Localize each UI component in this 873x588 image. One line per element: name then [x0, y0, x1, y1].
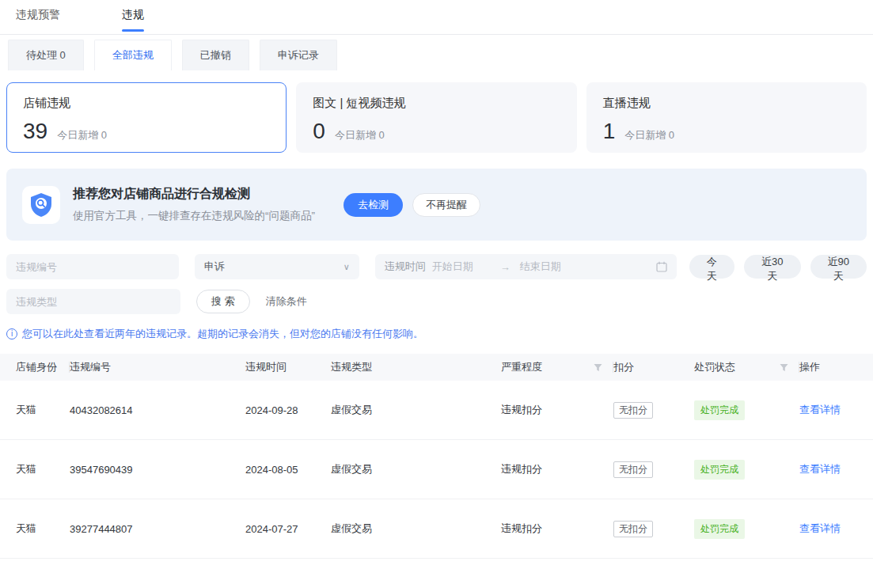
dismiss-reminder-button[interactable]: 不再提醒 [412, 193, 480, 217]
subtab-all-violations[interactable]: 全部违规 [94, 40, 172, 70]
table-row: 天猫 39547690439 2024-08-05 虚假交易 违规扣分 无扣分 … [0, 440, 873, 499]
cell-severity: 违规扣分 [501, 403, 613, 417]
card-new-today: 今日新增 0 [335, 128, 385, 142]
cell-violation-id: 39547690439 [70, 464, 245, 476]
col-violation-id: 违规编号 [70, 354, 245, 381]
appeal-select[interactable]: 申诉 ∨ [195, 254, 359, 279]
status-badge: 处罚完成 [694, 460, 745, 480]
end-date-placeholder: 结束日期 [520, 260, 650, 274]
range-arrow-icon: → [500, 261, 511, 273]
go-check-button[interactable]: 去检测 [344, 193, 403, 217]
cell-severity: 违规扣分 [501, 522, 613, 536]
appeal-select-value: 申诉 [204, 260, 225, 274]
col-severity: 严重程度 [501, 354, 613, 381]
cell-violation-time: 2024-07-27 [245, 523, 331, 535]
col-punish-status: 处罚状态 [694, 354, 799, 381]
card-store-violations[interactable]: 店铺违规 39 今日新增 0 [6, 82, 287, 153]
status-filter-icon[interactable] [780, 363, 788, 372]
card-count: 0 [313, 119, 325, 144]
cell-violation-type: 虚假交易 [331, 462, 501, 476]
subtab-appeal-records[interactable]: 申诉记录 [260, 40, 337, 70]
cell-store-identity: 天猫 [16, 522, 70, 536]
table-header-row: 店铺身份 违规编号 违规时间 违规类型 严重程度 扣分 处罚状态 操作 [0, 354, 873, 381]
col-violation-time: 违规时间 [245, 354, 331, 381]
deduction-badge: 无扣分 [613, 461, 653, 478]
range-90days-button[interactable]: 近90天 [810, 255, 867, 279]
cell-violation-id: 39277444807 [70, 523, 245, 535]
col-deduction: 扣分 [613, 354, 694, 381]
violation-date-range-picker[interactable]: 违规时间 开始日期 → 结束日期 [375, 254, 677, 279]
table-row: 天猫 40432082614 2024-09-28 虚假交易 违规扣分 无扣分 … [0, 381, 873, 440]
start-date-placeholder: 开始日期 [432, 260, 473, 274]
sub-tab-strip: 待处理 0 全部违规 已撤销 申诉记录 [0, 40, 873, 70]
tab-violation[interactable]: 违规 [122, 8, 144, 28]
record-retention-notice: i 您可以在此处查看近两年的违规记录。超期的记录会消失，但对您的店铺没有任何影响… [6, 327, 867, 341]
cell-violation-type: 虚假交易 [331, 403, 501, 417]
card-title: 直播违规 [603, 96, 850, 111]
notice-text: 您可以在此处查看近两年的违规记录。超期的记录会消失，但对您的店铺没有任何影响。 [22, 327, 423, 341]
view-detail-link[interactable]: 查看详情 [799, 522, 841, 534]
tab-violation-warning[interactable]: 违规预警 [16, 8, 60, 28]
range-today-button[interactable]: 今天 [689, 255, 734, 279]
card-new-today: 今日新增 0 [57, 128, 107, 142]
card-new-today: 今日新增 0 [624, 128, 674, 142]
col-store-identity: 店铺身份 [16, 354, 70, 381]
cell-severity: 违规扣分 [501, 462, 613, 476]
date-range-label: 违规时间 [385, 260, 426, 274]
calendar-icon [656, 261, 667, 272]
view-detail-link[interactable]: 查看详情 [799, 463, 841, 475]
info-icon: i [6, 328, 17, 340]
compliance-banner: 推荐您对店铺商品进行合规检测 使用官方工具，一键排查存在违规风险的“问题商品” … [6, 169, 867, 241]
search-button[interactable]: 搜 索 [196, 290, 250, 313]
cell-store-identity: 天猫 [16, 462, 70, 476]
cell-violation-time: 2024-08-05 [245, 464, 331, 476]
severity-filter-icon[interactable] [594, 363, 602, 372]
card-live-violations[interactable]: 直播违规 1 今日新增 0 [586, 82, 867, 153]
subtab-revoked[interactable]: 已撤销 [182, 40, 249, 70]
col-actions: 操作 [799, 354, 873, 381]
deduction-badge: 无扣分 [613, 402, 653, 419]
shield-search-icon [22, 186, 60, 224]
view-detail-link[interactable]: 查看详情 [799, 404, 841, 415]
top-tab-bar: 违规预警 违规 [0, 0, 873, 35]
cell-violation-time: 2024-09-28 [245, 404, 331, 416]
chevron-down-icon: ∨ [344, 262, 350, 272]
banner-subtitle: 使用官方工具，一键排查存在违规风险的“问题商品” [73, 209, 315, 223]
cell-violation-type: 虚假交易 [331, 522, 501, 536]
banner-title: 推荐您对店铺商品进行合规检测 [73, 186, 315, 203]
violation-id-input[interactable] [6, 254, 179, 279]
card-count: 39 [23, 119, 47, 144]
stat-card-row: 店铺违规 39 今日新增 0 图文 | 短视频违规 0 今日新增 0 直播违规 … [6, 82, 867, 153]
violation-type-input[interactable] [6, 289, 180, 314]
card-count: 1 [603, 119, 616, 144]
col-severity-label: 严重程度 [501, 360, 542, 374]
deduction-badge: 无扣分 [613, 521, 653, 537]
card-title: 图文 | 短视频违规 [313, 96, 560, 111]
clear-conditions-link[interactable]: 清除条件 [266, 294, 307, 309]
subtab-pending[interactable]: 待处理 0 [8, 40, 84, 70]
table-row: 天猫 39277444807 2024-07-27 虚假交易 违规扣分 无扣分 … [0, 499, 873, 559]
cell-violation-id: 40432082614 [70, 404, 245, 416]
col-punish-status-label: 处罚状态 [694, 360, 735, 374]
card-media-violations[interactable]: 图文 | 短视频违规 0 今日新增 0 [296, 82, 576, 153]
range-30days-button[interactable]: 近30天 [744, 255, 801, 279]
status-badge: 处罚完成 [694, 400, 745, 420]
card-title: 店铺违规 [23, 96, 270, 111]
cell-store-identity: 天猫 [16, 403, 70, 417]
violation-table: 店铺身份 违规编号 违规时间 违规类型 严重程度 扣分 处罚状态 操作 天猫 4… [0, 354, 873, 559]
status-badge: 处罚完成 [694, 519, 745, 539]
filter-area: 申诉 ∨ 违规时间 开始日期 → 结束日期 今天 近30天 近90天 搜 索 清… [6, 254, 867, 314]
col-violation-type: 违规类型 [331, 354, 501, 381]
